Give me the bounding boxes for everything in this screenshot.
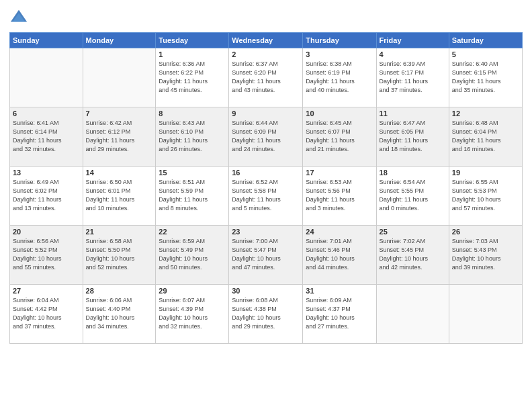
day-info: Sunrise: 6:43 AM Sunset: 6:10 PM Dayligh… [159,119,226,154]
calendar-day-9: 9Sunrise: 6:44 AM Sunset: 6:09 PM Daylig… [229,107,303,167]
logo [9,8,31,27]
day-number: 12 [452,109,519,118]
calendar-day-29: 29Sunrise: 6:07 AM Sunset: 4:39 PM Dayli… [156,285,229,344]
calendar-day-13: 13Sunrise: 6:49 AM Sunset: 6:02 PM Dayli… [10,167,83,226]
day-info: Sunrise: 6:06 AM Sunset: 4:40 PM Dayligh… [86,296,153,331]
day-info: Sunrise: 6:56 AM Sunset: 5:52 PM Dayligh… [13,237,80,272]
day-info: Sunrise: 6:42 AM Sunset: 6:12 PM Dayligh… [86,119,153,154]
day-number: 20 [13,228,80,236]
day-number: 11 [380,109,446,118]
day-info: Sunrise: 6:09 AM Sunset: 4:37 PM Dayligh… [306,296,373,331]
column-header-saturday: Saturday [449,33,522,48]
calendar-day-20: 20Sunrise: 6:56 AM Sunset: 5:52 PM Dayli… [10,226,83,285]
calendar-day-14: 14Sunrise: 6:50 AM Sunset: 6:01 PM Dayli… [83,167,156,226]
calendar-day-25: 25Sunrise: 7:02 AM Sunset: 5:45 PM Dayli… [376,226,449,285]
calendar-day-11: 11Sunrise: 6:47 AM Sunset: 6:05 PM Dayli… [376,107,449,167]
day-info: Sunrise: 6:08 AM Sunset: 4:38 PM Dayligh… [232,296,300,331]
calendar-week-row: 20Sunrise: 6:56 AM Sunset: 5:52 PM Dayli… [10,226,523,285]
column-header-friday: Friday [376,33,449,48]
calendar-day-empty [10,48,83,107]
calendar-day-empty [449,285,522,344]
day-number: 5 [452,50,519,58]
day-info: Sunrise: 6:51 AM Sunset: 5:59 PM Dayligh… [159,178,226,213]
logo-icon [9,8,28,27]
day-number: 16 [232,169,300,177]
column-header-wednesday: Wednesday [229,33,303,48]
column-header-sunday: Sunday [10,33,83,48]
day-number: 30 [232,287,300,295]
calendar-day-22: 22Sunrise: 6:59 AM Sunset: 5:49 PM Dayli… [156,226,229,285]
calendar-day-4: 4Sunrise: 6:39 AM Sunset: 6:17 PM Daylig… [376,48,449,107]
day-number: 2 [232,50,300,58]
calendar-day-12: 12Sunrise: 6:48 AM Sunset: 6:04 PM Dayli… [449,107,522,167]
day-info: Sunrise: 6:36 AM Sunset: 6:22 PM Dayligh… [159,60,226,95]
day-number: 22 [159,228,226,236]
calendar-day-16: 16Sunrise: 6:52 AM Sunset: 5:58 PM Dayli… [229,167,303,226]
day-number: 24 [306,228,373,236]
day-info: Sunrise: 6:59 AM Sunset: 5:49 PM Dayligh… [159,237,226,272]
day-info: Sunrise: 6:47 AM Sunset: 6:05 PM Dayligh… [380,119,446,154]
calendar-day-30: 30Sunrise: 6:08 AM Sunset: 4:38 PM Dayli… [229,285,303,344]
day-info: Sunrise: 6:44 AM Sunset: 6:09 PM Dayligh… [232,119,300,154]
calendar-day-17: 17Sunrise: 6:53 AM Sunset: 5:56 PM Dayli… [303,167,376,226]
day-number: 18 [380,169,446,177]
day-number: 8 [159,109,226,118]
calendar-header-row: SundayMondayTuesdayWednesdayThursdayFrid… [10,33,523,48]
day-info: Sunrise: 6:41 AM Sunset: 6:14 PM Dayligh… [13,119,80,154]
calendar-day-2: 2Sunrise: 6:37 AM Sunset: 6:20 PM Daylig… [229,48,303,107]
calendar-day-24: 24Sunrise: 7:01 AM Sunset: 5:46 PM Dayli… [303,226,376,285]
day-info: Sunrise: 7:01 AM Sunset: 5:46 PM Dayligh… [306,237,373,272]
day-number: 15 [159,169,226,177]
day-number: 27 [13,287,80,295]
day-info: Sunrise: 6:38 AM Sunset: 6:19 PM Dayligh… [306,60,373,95]
day-number: 3 [306,50,373,58]
column-header-thursday: Thursday [303,33,376,48]
calendar-day-21: 21Sunrise: 6:58 AM Sunset: 5:50 PM Dayli… [83,226,156,285]
day-number: 31 [306,287,373,295]
day-number: 1 [159,50,226,58]
day-info: Sunrise: 6:39 AM Sunset: 6:17 PM Dayligh… [380,60,446,95]
day-info: Sunrise: 6:37 AM Sunset: 6:20 PM Dayligh… [232,60,300,95]
day-info: Sunrise: 6:48 AM Sunset: 6:04 PM Dayligh… [452,119,519,154]
calendar-day-6: 6Sunrise: 6:41 AM Sunset: 6:14 PM Daylig… [10,107,83,167]
day-number: 13 [13,169,80,177]
day-number: 10 [306,109,373,118]
day-number: 29 [159,287,226,295]
day-info: Sunrise: 6:52 AM Sunset: 5:58 PM Dayligh… [232,178,300,213]
calendar-day-26: 26Sunrise: 7:03 AM Sunset: 5:43 PM Dayli… [449,226,522,285]
calendar-day-27: 27Sunrise: 6:04 AM Sunset: 4:42 PM Dayli… [10,285,83,344]
calendar-week-row: 6Sunrise: 6:41 AM Sunset: 6:14 PM Daylig… [10,107,523,167]
calendar-table: SundayMondayTuesdayWednesdayThursdayFrid… [9,32,523,344]
calendar-day-28: 28Sunrise: 6:06 AM Sunset: 4:40 PM Dayli… [83,285,156,344]
calendar-day-5: 5Sunrise: 6:40 AM Sunset: 6:15 PM Daylig… [449,48,522,107]
day-number: 23 [232,228,300,236]
calendar-day-3: 3Sunrise: 6:38 AM Sunset: 6:19 PM Daylig… [303,48,376,107]
day-number: 21 [86,228,153,236]
calendar-day-19: 19Sunrise: 6:55 AM Sunset: 5:53 PM Dayli… [449,167,522,226]
column-header-tuesday: Tuesday [156,33,229,48]
day-number: 14 [86,169,153,177]
day-number: 28 [86,287,153,295]
day-info: Sunrise: 6:49 AM Sunset: 6:02 PM Dayligh… [13,178,80,213]
calendar-day-23: 23Sunrise: 7:00 AM Sunset: 5:47 PM Dayli… [229,226,303,285]
calendar-day-31: 31Sunrise: 6:09 AM Sunset: 4:37 PM Dayli… [303,285,376,344]
calendar-week-row: 1Sunrise: 6:36 AM Sunset: 6:22 PM Daylig… [10,48,523,107]
day-info: Sunrise: 6:50 AM Sunset: 6:01 PM Dayligh… [86,178,153,213]
day-info: Sunrise: 6:45 AM Sunset: 6:07 PM Dayligh… [306,119,373,154]
page-container: SundayMondayTuesdayWednesdayThursdayFrid… [0,0,532,411]
calendar-day-1: 1Sunrise: 6:36 AM Sunset: 6:22 PM Daylig… [156,48,229,107]
calendar-week-row: 27Sunrise: 6:04 AM Sunset: 4:42 PM Dayli… [10,285,523,344]
calendar-day-18: 18Sunrise: 6:54 AM Sunset: 5:55 PM Dayli… [376,167,449,226]
day-info: Sunrise: 6:58 AM Sunset: 5:50 PM Dayligh… [86,237,153,272]
day-number: 19 [452,169,519,177]
day-info: Sunrise: 6:40 AM Sunset: 6:15 PM Dayligh… [452,60,519,95]
calendar-day-10: 10Sunrise: 6:45 AM Sunset: 6:07 PM Dayli… [303,107,376,167]
day-info: Sunrise: 6:54 AM Sunset: 5:55 PM Dayligh… [380,178,446,213]
page-header [9,8,523,27]
day-info: Sunrise: 7:02 AM Sunset: 5:45 PM Dayligh… [380,237,446,272]
day-info: Sunrise: 6:07 AM Sunset: 4:39 PM Dayligh… [159,296,226,331]
day-info: Sunrise: 7:00 AM Sunset: 5:47 PM Dayligh… [232,237,300,272]
day-number: 25 [380,228,446,236]
day-number: 26 [452,228,519,236]
day-number: 6 [13,109,80,118]
